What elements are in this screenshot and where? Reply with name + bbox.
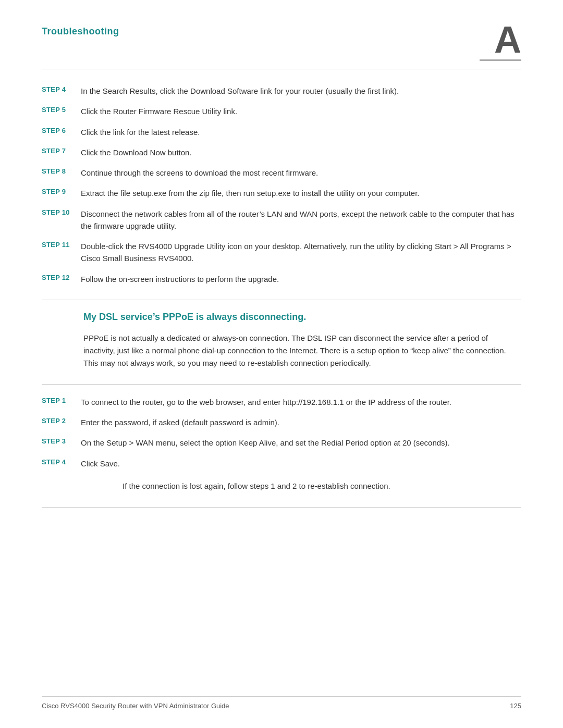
table-row: STEP 10Disconnect the network cables fro… xyxy=(42,208,521,232)
footer-right: 125 xyxy=(510,702,521,710)
table-row: STEP 7Click the Download Now button. xyxy=(42,146,521,158)
step-content: Continue through the screens to download… xyxy=(81,167,521,179)
step-label: STEP 4 xyxy=(42,458,81,466)
step-label: STEP 3 xyxy=(42,437,81,445)
step-label: STEP 2 xyxy=(42,416,81,425)
step-content: Follow the on-screen instructions to per… xyxy=(81,273,521,285)
header-letter-container: A xyxy=(480,26,521,61)
table-row: STEP 9Extract the file setup.exe from th… xyxy=(42,187,521,199)
table-row: STEP 4In the Search Results, click the D… xyxy=(42,85,521,97)
table-row: STEP 2Enter the password, if asked (defa… xyxy=(42,416,521,428)
step-content: On the Setup > WAN menu, select the opti… xyxy=(81,437,521,449)
page-container: Troubleshooting A STEP 4In the Search Re… xyxy=(0,0,563,728)
step-label: STEP 6 xyxy=(42,126,81,134)
table-row: STEP 3On the Setup > WAN menu, select th… xyxy=(42,437,521,449)
step-label: STEP 11 xyxy=(42,240,81,249)
header-letter-underline xyxy=(480,59,521,61)
table-row: STEP 4Click Save. xyxy=(42,458,521,470)
step-content: In the Search Results, click the Downloa… xyxy=(81,85,521,97)
step-content: Click Save. xyxy=(81,458,521,470)
step-content: Double-click the RVS4000 Upgrade Utility… xyxy=(81,240,521,265)
section-divider-1 xyxy=(42,300,521,300)
page-footer: Cisco RVS4000 Security Router with VPN A… xyxy=(42,696,521,710)
step-label: STEP 12 xyxy=(42,273,81,281)
table-row: STEP 11Double-click the RVS4000 Upgrade … xyxy=(42,240,521,265)
table-row: STEP 5Click the Router Firmware Rescue U… xyxy=(42,105,521,117)
header-title: Troubleshooting xyxy=(42,26,119,37)
table-row: STEP 1To connect to the router, go to th… xyxy=(42,396,521,408)
step-label: STEP 5 xyxy=(42,105,81,114)
step-content: Click the Download Now button. xyxy=(81,146,521,158)
section-divider-3 xyxy=(42,507,521,508)
step-label: STEP 4 xyxy=(42,85,81,93)
step-content: Click the link for the latest release. xyxy=(81,126,521,138)
step-content: Click the Router Firmware Rescue Utility… xyxy=(81,105,521,117)
step-label: STEP 7 xyxy=(42,146,81,155)
step-label: STEP 10 xyxy=(42,208,81,216)
table-row: STEP 8Continue through the screens to do… xyxy=(42,167,521,179)
step-label: STEP 1 xyxy=(42,396,81,404)
section2-body: PPPoE is not actually a dedicated or alw… xyxy=(42,332,521,369)
step-label: STEP 8 xyxy=(42,167,81,175)
table-row: STEP 12Follow the on-screen instructions… xyxy=(42,273,521,285)
steps-section2: STEP 1To connect to the router, go to th… xyxy=(42,396,521,470)
section2-heading: My DSL service’s PPPoE is always disconn… xyxy=(42,312,521,323)
steps-section1: STEP 4In the Search Results, click the D… xyxy=(42,85,521,285)
step-label: STEP 9 xyxy=(42,187,81,195)
page-header: Troubleshooting A xyxy=(42,26,521,61)
step-content: Enter the password, if asked (default pa… xyxy=(81,416,521,428)
step-content: Disconnect the network cables from all o… xyxy=(81,208,521,232)
section-divider-2 xyxy=(42,384,521,385)
step-content: Extract the file setup.exe from the zip … xyxy=(81,187,521,199)
header-letter: A xyxy=(494,21,521,58)
table-row: STEP 6Click the link for the latest rele… xyxy=(42,126,521,138)
extra-note: If the connection is lost again, follow … xyxy=(42,480,521,492)
top-rule xyxy=(42,69,521,69)
footer-left: Cisco RVS4000 Security Router with VPN A… xyxy=(42,702,229,710)
step-content: To connect to the router, go to the web … xyxy=(81,396,521,408)
